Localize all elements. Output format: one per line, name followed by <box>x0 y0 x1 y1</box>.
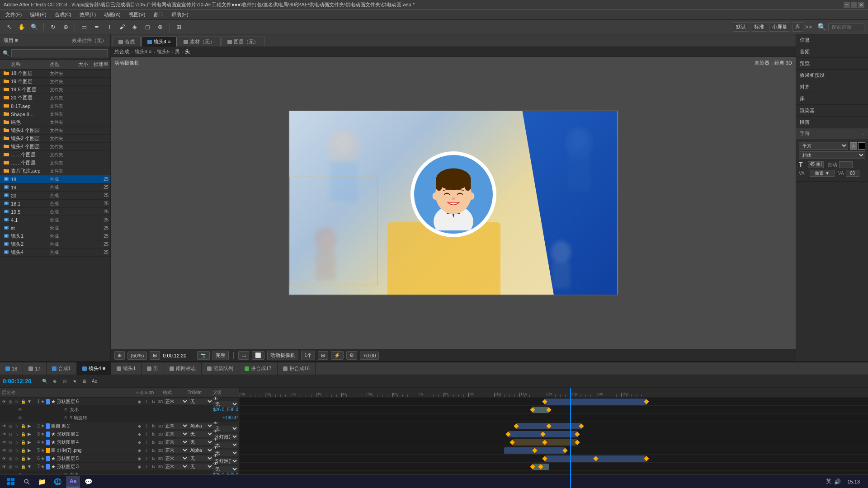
layer-row-4[interactable]: 👁 ◎ ☆ 🔒 ▶ 4 ★ ★ 形状图层 4 ◆ / fx 3D 正常 无 👁 <box>0 438 239 446</box>
file-item-7[interactable]: 镜头1 个图层文件夹 <box>0 127 110 135</box>
sw2-5[interactable]: / <box>144 455 150 462</box>
file-item-8[interactable]: 镜头2 个图层文件夹 <box>0 135 110 143</box>
menu-item-文件[interactable]: 文件(F) <box>2 10 25 19</box>
lock-btn-2[interactable]: 🔒 <box>20 432 26 436</box>
audio-btn-0[interactable]: ◎ <box>7 399 14 404</box>
font-color-picker[interactable]: A <box>850 142 857 150</box>
sw2-2[interactable]: / <box>144 431 150 437</box>
sw1-6[interactable]: ◆ <box>137 464 143 470</box>
sw2-6[interactable]: / <box>144 464 150 470</box>
breadcrumb-item-4[interactable]: 头 <box>185 48 190 55</box>
audio-panel-item[interactable]: 音频 <box>796 46 868 58</box>
snap-btn[interactable]: ⊞ <box>114 351 125 360</box>
tl-tab-6[interactable]: 南网标志 <box>164 362 202 375</box>
align-tool[interactable]: ⊞ <box>173 22 184 33</box>
file-item-11[interactable]: ……个图层文件夹 <box>0 159 110 167</box>
kerning-input[interactable] <box>810 170 835 177</box>
puppet-tool[interactable]: ⊛ <box>155 22 165 33</box>
comp-tab-1[interactable]: 镜头4 ≡ <box>142 37 177 47</box>
sw1-4[interactable]: ◆ <box>137 447 143 454</box>
solo-btn-5[interactable]: ☆ <box>14 456 20 461</box>
file-item-16[interactable]: 18.1合成25 <box>0 200 110 208</box>
line-height-input[interactable] <box>839 161 853 168</box>
lock-btn-3[interactable]: 🔒 <box>20 440 26 445</box>
solo-btn-3[interactable]: ☆ <box>14 440 20 445</box>
mode-select-5[interactable]: 正常 <box>164 455 189 461</box>
lock-btn-1[interactable]: 🔒 <box>20 424 26 428</box>
lock-btn-0[interactable]: 🔒 <box>20 399 26 404</box>
layer-trkmat-2[interactable]: 无 <box>189 431 213 437</box>
vis-btn-3[interactable]: 👁 <box>1 439 7 446</box>
menu-item-动画[interactable]: 动画(A) <box>100 10 124 19</box>
layer-row-1[interactable]: 👁 ◎ ☆ 🔒 ▼ 1 ★ ★ 形状图层 6 ◆ / fx 3D 正常 无 👁 <box>0 398 239 406</box>
solo-btn[interactable]: ★ <box>71 377 79 385</box>
vis-btn-5[interactable]: 👁 <box>1 455 7 462</box>
trkmat-select-4[interactable]: Alpha <box>189 447 213 453</box>
shy-btn[interactable]: ⊞ <box>80 377 89 385</box>
mode-select-2[interactable]: 正常 <box>164 431 189 437</box>
viewer-cam-btn[interactable]: 📷 <box>197 351 210 360</box>
hand-tool[interactable]: ✋ <box>16 22 27 33</box>
file-item-12[interactable]: 素片飞注.aep文件夹 <box>0 167 110 175</box>
lock-btn-4[interactable]: 🔒 <box>20 448 26 453</box>
file-item-21[interactable]: 镜头2合成25 <box>0 240 110 249</box>
solo-btn-4[interactable]: ☆ <box>14 448 20 453</box>
renderer-panel-item[interactable]: 渲染器 <box>796 105 868 117</box>
stroke-color-picker[interactable] <box>858 142 865 150</box>
layer-mode-1[interactable]: 正常 <box>164 423 189 429</box>
sw3-0[interactable]: fx <box>151 399 157 405</box>
draft-btn[interactable]: ⊗ <box>51 377 59 385</box>
solo-btn-1[interactable]: ☆ <box>14 424 20 428</box>
safe-margins-btn[interactable]: ⊞ <box>150 351 160 360</box>
timeline-playhead[interactable] <box>570 388 571 488</box>
solo-btn-6[interactable]: ☆ <box>14 465 20 469</box>
file-item-19[interactable]: st合成25 <box>0 224 110 232</box>
tl-tab-4[interactable]: 镜头1 <box>111 362 142 375</box>
layer-trkmat-6[interactable]: 无 <box>189 464 213 469</box>
layer-row-7[interactable]: 👁 ◎ ☆ 🔒 ▼ 7 ★ ★ 形状图层 3 ◆ / fx 3D 正常 无 👁 <box>0 463 239 471</box>
audio-btn-3[interactable]: ◎ <box>7 440 14 445</box>
layer-row-6[interactable]: 👁 ◎ ☆ 🔒 ▶ 6 ★ ★ 形状图层 5 ◆ / fx 3D 正常 无 👁 <box>0 455 239 463</box>
sw4-6[interactable]: 3D <box>158 464 164 470</box>
audio-btn-6[interactable]: ◎ <box>7 465 14 469</box>
trkmat-select-5[interactable]: 无 <box>189 455 213 461</box>
trkmat-select-2[interactable]: 无 <box>189 431 213 437</box>
lock-btn-5[interactable]: 🔒 <box>20 456 26 461</box>
vis-btn-6[interactable]: 👁 <box>1 464 7 470</box>
audio-btn-1[interactable]: ◎ <box>7 424 14 428</box>
comp-tab-2[interactable]: 素材（无） <box>178 37 221 47</box>
mode-select-1[interactable]: 正常 <box>164 423 189 429</box>
tl-tab-7[interactable]: 渲染队列 <box>202 362 239 375</box>
zoom-tool[interactable]: 🔍 <box>29 22 40 33</box>
canvas-area[interactable] <box>288 110 618 296</box>
menu-item-编辑[interactable]: 编辑(E) <box>26 10 50 19</box>
workspace-more-btn[interactable]: >> <box>805 23 812 30</box>
layer-trkmat-3[interactable]: 无 <box>189 439 213 445</box>
sw4-0[interactable]: 3D <box>158 399 164 405</box>
sw2-0[interactable]: / <box>144 399 150 405</box>
layer-mode-6[interactable]: 正常 <box>164 464 189 469</box>
sw3-2[interactable]: fx <box>151 431 157 437</box>
breadcrumb-item-3[interactable]: 男 <box>175 48 180 55</box>
tl-tab-8[interactable]: 拼合成17 <box>239 362 277 375</box>
audio-btn-5[interactable]: ◎ <box>7 456 14 461</box>
region-btn[interactable]: ▭ <box>238 351 249 360</box>
tl-tab-9[interactable]: 拼合成16 <box>278 362 316 375</box>
parent-select-0[interactable]: 无 <box>213 401 238 407</box>
zoom-display[interactable]: (50%) <box>127 352 147 360</box>
align-panel-item[interactable]: 对齐 <box>796 81 868 93</box>
layer-mode-0[interactable]: 正常 <box>164 399 189 404</box>
viewer-settings-btn[interactable]: ⚙ <box>346 351 357 360</box>
sw4-5[interactable]: 3D <box>158 455 164 462</box>
tl-tab-3[interactable]: 镜头4 ≡ <box>77 362 112 375</box>
collapse-btn-3[interactable]: ▶ <box>26 440 33 445</box>
menu-item-窗口[interactable]: 窗口 <box>150 10 167 19</box>
mode-select-3[interactable]: 正常 <box>164 439 189 445</box>
layer-parent-6[interactable]: 👁 无 <box>213 461 238 472</box>
menu-item-视图[interactable]: 视图(V) <box>125 10 149 19</box>
menu-item-合成[interactable]: 合成(C) <box>51 10 75 19</box>
sw4-3[interactable]: 3D <box>158 439 164 446</box>
sw3-1[interactable]: fx <box>151 423 157 429</box>
layer-trkmat-1[interactable]: Alpha <box>189 423 213 429</box>
default-workspace-btn[interactable]: 默认 <box>733 22 749 32</box>
